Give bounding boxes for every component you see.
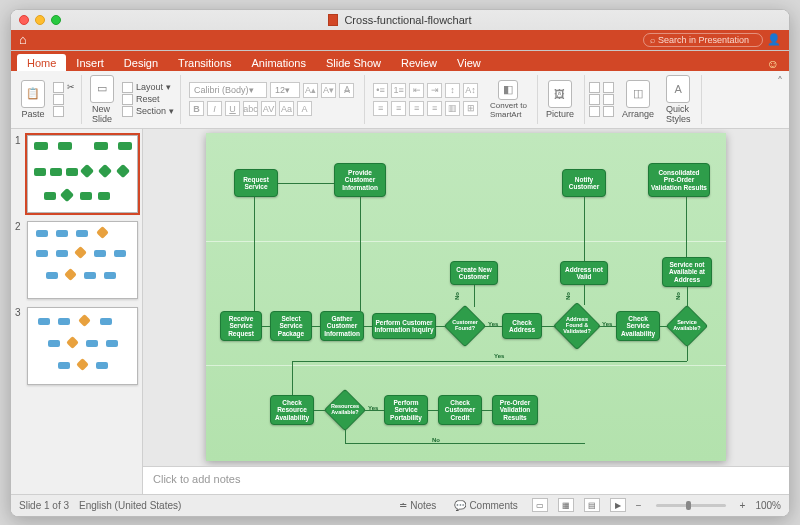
section-button[interactable]: Section ▾ <box>122 106 174 117</box>
zoom-slider[interactable] <box>656 504 726 507</box>
paste-button[interactable]: 📋 Paste <box>17 78 49 121</box>
font-size-select[interactable]: 12 ▾ <box>270 82 300 98</box>
node-customer-found[interactable]: Customer Found? <box>446 307 484 345</box>
slide-thumb-3[interactable]: 3 <box>15 307 138 385</box>
font-color-button[interactable]: A <box>297 101 312 116</box>
ribbon-tabs: Home Insert Design Transitions Animation… <box>11 51 789 71</box>
char-spacing-button[interactable]: AV <box>261 101 276 116</box>
slide-panel[interactable]: 1 2 <box>11 129 143 494</box>
node-gather-info[interactable]: Gather Customer Information <box>320 311 364 341</box>
node-resources-available[interactable]: Resources Available? <box>326 391 364 429</box>
font-name-select[interactable]: Calibri (Body) ▾ <box>189 82 267 98</box>
strike-button[interactable]: abc <box>243 101 258 116</box>
view-sorter-button[interactable]: ▦ <box>558 498 574 512</box>
tab-insert[interactable]: Insert <box>66 54 114 71</box>
tab-design[interactable]: Design <box>114 54 168 71</box>
slide-canvas[interactable]: Request Service Provide Customer Informa… <box>143 129 789 466</box>
slide-thumb-1[interactable]: 1 <box>15 135 138 213</box>
arrange-button[interactable]: ◫ Arrange <box>618 78 658 121</box>
align-center-button[interactable]: ≡ <box>391 101 406 116</box>
shape-gallery-1[interactable] <box>589 82 614 93</box>
node-consolidated[interactable]: Consolidated Pre-Order Validation Result… <box>648 163 710 197</box>
align-left-button[interactable]: ≡ <box>373 101 388 116</box>
node-service-not-available[interactable]: Service not Available at Address <box>662 257 712 287</box>
tab-view[interactable]: View <box>447 54 491 71</box>
node-perform-inquiry[interactable]: Perform Customer Information Inquiry <box>372 313 436 339</box>
node-check-service[interactable]: Check Service Availability <box>616 311 660 341</box>
notes-pane[interactable]: Click to add notes <box>143 466 789 494</box>
node-request-service[interactable]: Request Service <box>234 169 278 197</box>
view-slideshow-button[interactable]: ▶ <box>610 498 626 512</box>
node-address-validated[interactable]: Address Found & Validated? <box>556 305 598 347</box>
justify-button[interactable]: ≡ <box>427 101 442 116</box>
align-text-button[interactable]: ⊞ <box>463 101 478 116</box>
node-create-new-customer[interactable]: Create New Customer <box>450 261 498 285</box>
search-input[interactable]: ⌕ Search in Presentation <box>643 33 763 47</box>
language-status[interactable]: English (United States) <box>79 500 181 511</box>
brush-icon <box>53 106 64 117</box>
slide[interactable]: Request Service Provide Customer Informa… <box>206 133 726 461</box>
new-slide-button[interactable]: ▭ New Slide <box>86 73 118 126</box>
align-right-button[interactable]: ≡ <box>409 101 424 116</box>
cut-button[interactable]: ✂ <box>53 82 75 93</box>
copy-button[interactable] <box>53 94 75 105</box>
node-perform-portability[interactable]: Perform Service Portability <box>384 395 428 425</box>
text-direction-button[interactable]: A↕ <box>463 83 478 98</box>
shape-gallery-2[interactable] <box>589 94 614 105</box>
columns-button[interactable]: ▥ <box>445 101 460 116</box>
zoom-in-button[interactable]: + <box>740 500 746 511</box>
node-service-available[interactable]: Service Available? <box>668 307 706 345</box>
tab-transitions[interactable]: Transitions <box>168 54 241 71</box>
node-check-credit[interactable]: Check Customer Credit <box>438 395 482 425</box>
feedback-icon[interactable]: ☺ <box>757 57 789 71</box>
line-spacing-button[interactable]: ↕ <box>445 83 460 98</box>
tab-slideshow[interactable]: Slide Show <box>316 54 391 71</box>
italic-button[interactable]: I <box>207 101 222 116</box>
doc-icon <box>328 14 338 26</box>
picture-button[interactable]: 🖼 Picture <box>542 78 578 121</box>
node-preorder-results[interactable]: Pre-Order Validation Results <box>492 395 538 425</box>
comments-toggle[interactable]: 💬 Comments <box>450 500 521 511</box>
app-menu-icon[interactable]: ⌂ <box>19 32 27 47</box>
case-button[interactable]: Aa <box>279 101 294 116</box>
close-icon[interactable] <box>19 15 29 25</box>
cut-icon <box>53 82 64 93</box>
view-normal-button[interactable]: ▭ <box>532 498 548 512</box>
shape-gallery-3[interactable] <box>589 106 614 117</box>
minimize-icon[interactable] <box>35 15 45 25</box>
quick-styles-button[interactable]: A Quick Styles <box>662 73 695 126</box>
clear-format-button[interactable]: A̶ <box>339 83 354 98</box>
node-select-package[interactable]: Select Service Package <box>270 311 312 341</box>
format-painter-button[interactable] <box>53 106 75 117</box>
app-header: ⌂ ⌕ Search in Presentation 👤 <box>11 30 789 50</box>
layout-button[interactable]: Layout ▾ <box>122 82 174 93</box>
decrease-font-button[interactable]: A▾ <box>321 83 336 98</box>
tab-home[interactable]: Home <box>17 54 66 71</box>
zoom-level[interactable]: 100% <box>755 500 781 511</box>
indent-left-button[interactable]: ⇤ <box>409 83 424 98</box>
ribbon-collapse-button[interactable]: ˄ <box>777 75 783 89</box>
notes-toggle[interactable]: ≐ Notes <box>395 500 440 511</box>
increase-font-button[interactable]: A▴ <box>303 83 318 98</box>
bullets-button[interactable]: •≡ <box>373 83 388 98</box>
bold-button[interactable]: B <box>189 101 204 116</box>
node-address-not-valid[interactable]: Address not Valid <box>560 261 608 285</box>
tab-review[interactable]: Review <box>391 54 447 71</box>
user-icon[interactable]: 👤 <box>767 33 781 46</box>
node-receive-request[interactable]: Receive Service Request <box>220 311 262 341</box>
layout-icon <box>122 82 133 93</box>
node-provide-info[interactable]: Provide Customer Information <box>334 163 386 197</box>
maximize-icon[interactable] <box>51 15 61 25</box>
tab-animations[interactable]: Animations <box>242 54 316 71</box>
node-check-resource[interactable]: Check Resource Availability <box>270 395 314 425</box>
underline-button[interactable]: U <box>225 101 240 116</box>
numbering-button[interactable]: 1≡ <box>391 83 406 98</box>
view-reading-button[interactable]: ▤ <box>584 498 600 512</box>
zoom-out-button[interactable]: − <box>636 500 642 511</box>
convert-smartart-button[interactable]: ◧ Convert to SmartArt <box>486 78 531 121</box>
node-check-address[interactable]: Check Address <box>502 313 542 339</box>
slide-thumb-2[interactable]: 2 <box>15 221 138 299</box>
indent-right-button[interactable]: ⇥ <box>427 83 442 98</box>
node-notify-customer[interactable]: Notify Customer <box>562 169 606 197</box>
reset-button[interactable]: Reset <box>122 94 174 105</box>
